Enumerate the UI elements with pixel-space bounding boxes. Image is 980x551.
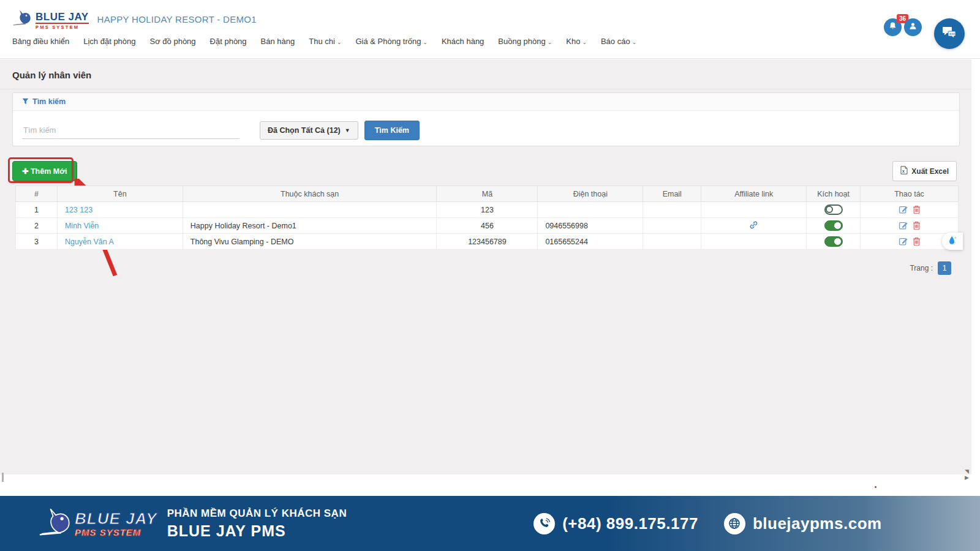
floating-assistant-button[interactable]	[942, 233, 963, 250]
scrollbar-corner-arrows: ◥▶	[965, 468, 969, 481]
table-row: 3Nguyễn Văn AThông Vivu Glamping - DEMO1…	[16, 234, 959, 250]
hotel-filter-dropdown[interactable]: Đã Chọn Tất Cả (12) ▼	[260, 121, 358, 140]
phone-icon	[533, 513, 555, 534]
employee-name-link: Nguyễn Văn A	[57, 234, 183, 250]
hotel-cell: Thông Vivu Glamping - DEMO	[183, 234, 437, 250]
employee-name-link[interactable]: 123 123	[65, 206, 92, 214]
column-header-8: Thao tác	[861, 186, 959, 202]
employee-name-link: Minh Viễn	[57, 218, 183, 234]
link-icon[interactable]	[750, 221, 758, 229]
code-cell: 123	[437, 202, 538, 218]
account-button[interactable]	[904, 18, 922, 36]
footer-logo: BLUE JAY PMS SYSTEM	[38, 506, 157, 541]
column-header-0: #	[16, 186, 58, 202]
footer-phone: (+84) 899.175.177	[562, 514, 698, 533]
column-header-3: Mã	[437, 186, 538, 202]
phone-cell: 0946556998	[538, 218, 643, 234]
caret-down-icon: ⌄	[632, 39, 637, 45]
edit-icon[interactable]	[899, 221, 908, 230]
nav-item-8[interactable]: Buồng phòng⌄	[498, 37, 552, 46]
export-excel-button[interactable]: x Xuất Excel	[892, 161, 957, 181]
active-toggle[interactable]	[824, 220, 843, 231]
footer-bird-icon	[38, 506, 74, 541]
nav-item-9[interactable]: Kho⌄	[566, 37, 587, 46]
footer-brand: BLUE JAY PMS	[167, 522, 347, 540]
active-cell	[807, 202, 861, 218]
employees-table: #TênThuộc khách sạnMãĐiện thoạiEmailAffi…	[15, 186, 959, 250]
caret-down-icon: ⌄	[582, 39, 587, 45]
main-nav: Bảng điều khiểnLịch đặt phòngSơ đồ phòng…	[0, 29, 980, 46]
chat-bubbles-icon	[941, 24, 957, 43]
active-cell	[807, 234, 861, 250]
active-cell	[807, 218, 861, 234]
email-cell	[643, 234, 701, 250]
edit-icon[interactable]	[899, 205, 908, 214]
content-area: Quản lý nhân viên Tìm kiếm Đã Chọn Tất C…	[0, 59, 971, 474]
search-button[interactable]: Tìm Kiếm	[364, 121, 420, 140]
app-header: BLUE JAY PMS SYSTEM HAPPY HOLIDAY RESORT…	[0, 0, 980, 59]
table-row: 2Minh ViễnHappy Holiday Resort - Demo145…	[16, 218, 959, 234]
row-index: 1	[16, 202, 58, 218]
nav-item-4[interactable]: Bán hàng	[261, 37, 295, 46]
affiliate-cell	[701, 202, 807, 218]
row-index: 3	[16, 234, 58, 250]
nav-item-2[interactable]: Sơ đồ phòng	[150, 37, 196, 46]
add-new-button[interactable]: ✚ Thêm Mới	[12, 161, 77, 181]
droplet-icon	[948, 234, 957, 248]
hotel-cell: Happy Holiday Resort - Demo1	[183, 218, 437, 234]
footer-website: bluejaypms.com	[753, 514, 882, 533]
caret-down-icon: ⌄	[337, 39, 342, 45]
filter-icon	[22, 96, 29, 107]
app-logo[interactable]: BLUE JAY PMS SYSTEM	[12, 9, 89, 29]
table-header-row: #TênThuộc khách sạnMãĐiện thoạiEmailAffi…	[16, 186, 959, 202]
column-header-6: Affiliate link	[701, 186, 807, 202]
nav-item-10[interactable]: Báo cáo⌄	[601, 37, 636, 46]
notifications-button[interactable]: 36	[884, 18, 902, 36]
chat-widget-button[interactable]	[934, 18, 965, 49]
actions-cell	[861, 202, 959, 218]
hotel-cell	[183, 202, 437, 218]
actions-cell	[861, 218, 959, 234]
email-cell	[643, 202, 701, 218]
table-body: 1123 1231232Minh ViễnHappy Holiday Resor…	[16, 202, 959, 250]
globe-icon	[724, 513, 745, 534]
pagination-label: Trang :	[910, 264, 933, 272]
bell-icon	[888, 21, 897, 33]
code-cell: 456	[437, 218, 538, 234]
active-toggle[interactable]	[824, 204, 843, 215]
phone-cell: 0165655244	[538, 234, 643, 250]
hotel-title: HAPPY HOLIDAY RESORT - DEMO1	[97, 14, 257, 24]
footer-logo-subtitle: PMS SYSTEM	[75, 528, 157, 537]
column-header-4: Điện thoại	[538, 186, 643, 202]
employee-name-link: 123 123	[57, 202, 183, 218]
column-header-2: Thuộc khách sạn	[183, 186, 437, 202]
excel-file-icon: x	[900, 166, 908, 176]
scrollbar-thumb[interactable]	[2, 473, 4, 482]
search-input[interactable]	[22, 122, 239, 139]
footer-banner: BLUE JAY PMS SYSTEM PHẦN MỀM QUẢN LÝ KHÁ…	[0, 496, 980, 551]
nav-item-6[interactable]: Giá & Phòng trống⌄	[355, 37, 428, 46]
nav-item-3[interactable]: Đặt phòng	[210, 37, 247, 46]
caret-down-icon: ⌄	[423, 39, 428, 45]
search-panel-title: Tìm kiếm	[32, 97, 66, 106]
affiliate-cell	[701, 218, 807, 234]
trash-icon[interactable]	[913, 221, 921, 230]
active-toggle[interactable]	[824, 236, 843, 247]
employee-name-link[interactable]: Minh Viễn	[65, 222, 99, 230]
phone-cell	[538, 202, 643, 218]
plus-icon: ✚	[22, 167, 31, 176]
page-number-button[interactable]: 1	[938, 261, 951, 275]
trash-icon[interactable]	[913, 237, 921, 246]
caret-down-icon: ▼	[345, 127, 350, 133]
trash-icon[interactable]	[913, 205, 921, 214]
nav-item-1[interactable]: Lịch đặt phòng	[83, 37, 135, 46]
nav-item-0[interactable]: Bảng điều khiển	[12, 37, 69, 46]
edit-icon[interactable]	[899, 237, 908, 246]
search-panel: Tìm kiếm Đã Chọn Tất Cả (12) ▼ Tìm Kiếm	[12, 92, 960, 146]
employee-name-link[interactable]: Nguyễn Văn A	[65, 238, 114, 246]
nav-item-7[interactable]: Khách hàng	[442, 37, 484, 46]
svg-text:x: x	[902, 169, 905, 173]
user-icon	[908, 21, 918, 33]
bluejay-bird-icon	[12, 9, 33, 29]
nav-item-5[interactable]: Thu chi⌄	[309, 37, 341, 46]
